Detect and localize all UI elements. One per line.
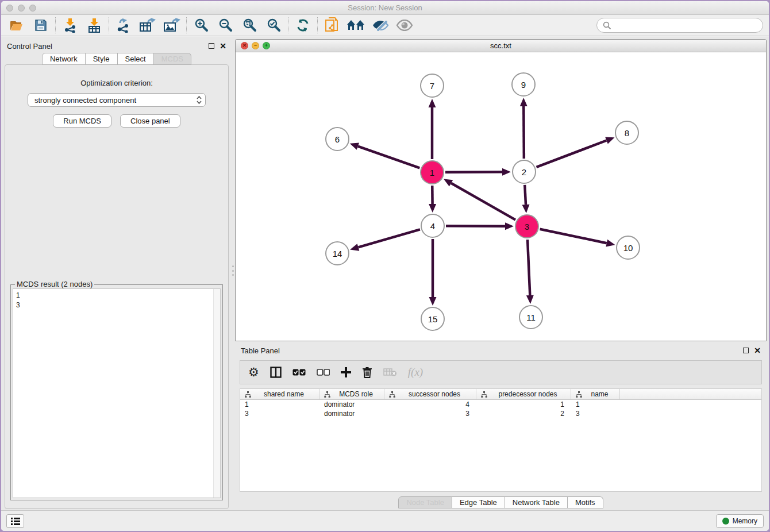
table-row[interactable]: 3dominator323 <box>240 409 761 418</box>
cell-successor-nodes[interactable]: 4 <box>384 400 476 409</box>
export-image-icon[interactable] <box>160 16 184 34</box>
edge-arrowhead <box>502 168 511 176</box>
network-canvas[interactable]: 7968124314101511 <box>236 52 766 341</box>
float-panel-icon[interactable] <box>209 43 214 49</box>
show-columns-icon[interactable] <box>270 367 282 378</box>
edge-arrowhead <box>605 137 614 144</box>
tab-select[interactable]: Select <box>118 53 154 65</box>
table-row[interactable]: 1dominator411 <box>240 400 761 409</box>
graph-node-9[interactable]: 9 <box>511 72 536 97</box>
column-header-shared-name[interactable]: shared name <box>240 389 319 399</box>
cell-name[interactable]: 1 <box>571 400 620 409</box>
edge-arrowhead <box>522 205 530 213</box>
graph-node-14[interactable]: 14 <box>325 241 349 265</box>
tab-edge-table[interactable]: Edge Table <box>452 496 505 508</box>
mcds-result-legend: MCDS result (2 nodes) <box>15 280 94 288</box>
edge-2-9[interactable] <box>523 106 524 159</box>
graph-node-4[interactable]: 4 <box>421 214 445 238</box>
tab-mcds[interactable]: MCDS <box>154 53 191 65</box>
edge-4-3[interactable] <box>446 226 505 226</box>
run-mcds-button[interactable]: Run MCDS <box>53 114 111 128</box>
clone-network-icon[interactable] <box>320 16 344 34</box>
edge-3-11[interactable] <box>528 240 530 295</box>
refresh-icon[interactable] <box>291 16 315 34</box>
edge-3-10[interactable] <box>540 229 607 243</box>
control-panel-title: Control Panel <box>7 42 209 51</box>
column-header-predecessor-nodes[interactable]: predecessor nodes <box>476 389 571 399</box>
zoom-out-icon[interactable] <box>213 16 237 34</box>
first-neighbors-icon[interactable] <box>344 16 368 34</box>
tab-node-table[interactable]: Node Table <box>398 496 452 508</box>
edge-2-3[interactable] <box>525 185 526 205</box>
export-table-icon[interactable] <box>136 16 160 34</box>
graph-node-2[interactable]: 2 <box>512 160 536 184</box>
memory-label: Memory <box>733 517 757 525</box>
titlebar: Session: New Session <box>1 1 769 15</box>
network-window-titlebar[interactable]: ✕ – + scc.txt <box>236 40 766 52</box>
graph-node-6[interactable]: 6 <box>325 127 349 151</box>
column-type-icon <box>324 391 330 398</box>
task-history-button[interactable] <box>6 514 24 528</box>
cell-shared-name[interactable]: 1 <box>240 400 319 409</box>
edge-1-6[interactable] <box>358 147 419 168</box>
delete-columns-icon[interactable] <box>383 368 397 377</box>
zoom-selected-icon[interactable] <box>261 16 286 34</box>
delete-row-icon[interactable] <box>362 367 372 378</box>
add-row-icon[interactable] <box>341 367 351 377</box>
edge-1-2[interactable] <box>445 172 502 172</box>
edge-2-8[interactable] <box>537 140 607 167</box>
table-body: 1dominator4113dominator323 <box>240 400 761 418</box>
cell-predecessor-nodes[interactable]: 1 <box>476 400 571 409</box>
cell-name[interactable]: 3 <box>571 409 620 418</box>
network-view-window: ✕ – + scc.txt 7968124314101511 <box>235 39 767 341</box>
cell-predecessor-nodes[interactable]: 2 <box>476 409 571 418</box>
graph-node-7[interactable]: 7 <box>420 74 444 98</box>
table-options-icon[interactable]: ⚙ <box>248 367 259 378</box>
cell-successor-nodes[interactable]: 3 <box>384 409 476 418</box>
close-table-panel-icon[interactable]: ✕ <box>754 348 761 353</box>
column-header-name[interactable]: name <box>571 389 620 399</box>
graph-node-1[interactable]: 1 <box>420 160 444 184</box>
function-builder-icon[interactable]: f(x) <box>408 366 423 379</box>
graph-node-3[interactable]: 3 <box>515 214 539 238</box>
search-input[interactable] <box>596 18 763 33</box>
tab-style[interactable]: Style <box>86 53 118 65</box>
float-table-panel-icon[interactable] <box>743 348 749 353</box>
save-session-icon[interactable] <box>29 16 53 34</box>
panel-splitter-handle[interactable] <box>232 264 234 277</box>
window-title: Session: New Session <box>1 3 769 12</box>
deselect-all-icon[interactable] <box>317 369 330 376</box>
hide-selected-icon[interactable] <box>368 16 392 34</box>
select-all-icon[interactable] <box>292 369 306 376</box>
column-header-successor-nodes[interactable]: successor nodes <box>384 389 476 399</box>
edge-3-1[interactable] <box>451 183 515 220</box>
graph-node-15[interactable]: 15 <box>421 307 445 331</box>
import-network-icon[interactable] <box>58 16 82 34</box>
optimization-dropdown[interactable]: strongly connected component <box>28 93 206 107</box>
column-header-MCDS-role[interactable]: MCDS role <box>319 389 384 399</box>
tab-network-table[interactable]: Network Table <box>505 496 568 508</box>
tab-motifs[interactable]: Motifs <box>568 496 603 508</box>
import-table-icon[interactable] <box>82 16 106 34</box>
result-scrollbar[interactable] <box>213 289 220 498</box>
memory-button[interactable]: Memory <box>716 514 764 528</box>
close-panel-button[interactable]: Close panel <box>120 114 180 128</box>
close-panel-icon[interactable]: ✕ <box>220 43 226 49</box>
graph-node-11[interactable]: 11 <box>519 305 543 329</box>
zoom-in-icon[interactable] <box>189 16 213 34</box>
cell-MCDS-role[interactable]: dominator <box>319 400 384 409</box>
cell-MCDS-role[interactable]: dominator <box>319 409 384 418</box>
show-all-icon[interactable] <box>392 16 417 34</box>
open-file-icon[interactable] <box>5 16 29 34</box>
tab-network[interactable]: Network <box>42 53 86 65</box>
table-tabs: Node TableEdge TableNetwork TableMotifs <box>235 496 767 509</box>
mcds-result-textarea[interactable]: 13 <box>13 288 221 498</box>
zoom-fit-icon[interactable] <box>237 16 261 34</box>
edge-arrowhead <box>429 204 436 213</box>
export-network-icon[interactable] <box>111 16 136 34</box>
graph-node-10[interactable]: 10 <box>616 236 640 260</box>
graph-node-8[interactable]: 8 <box>615 121 639 145</box>
edge-4-14[interactable] <box>359 229 420 247</box>
column-type-icon <box>245 391 251 398</box>
cell-shared-name[interactable]: 3 <box>240 409 319 418</box>
